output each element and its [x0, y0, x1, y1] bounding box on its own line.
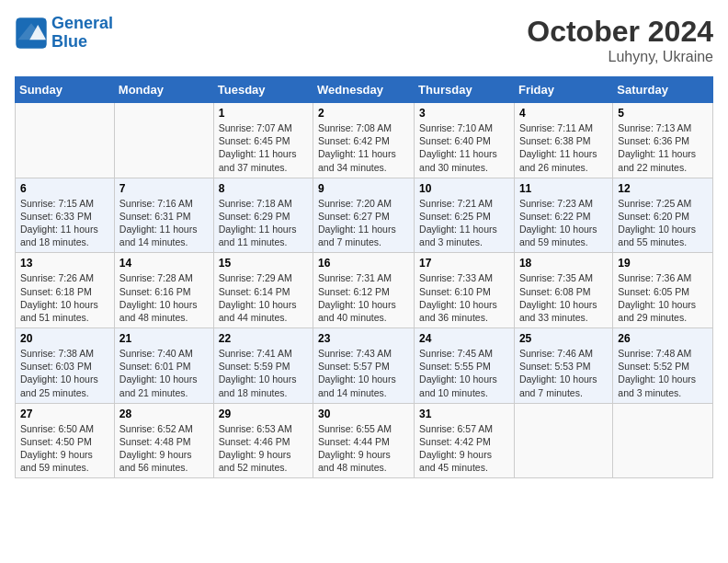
day-info: Sunrise: 7:29 AMSunset: 6:14 PMDaylight:… — [219, 271, 308, 324]
day-number: 29 — [219, 408, 308, 420]
day-number: 6 — [20, 182, 109, 195]
day-number: 22 — [219, 332, 308, 345]
day-info: Sunrise: 7:48 AMSunset: 5:52 PMDaylight:… — [618, 347, 708, 399]
day-info: Sunrise: 7:45 AMSunset: 5:55 PMDaylight:… — [419, 347, 509, 399]
logo: General Blue — [15, 15, 113, 52]
day-number: 11 — [519, 182, 608, 195]
col-header-friday: Friday — [514, 77, 612, 103]
calendar-cell: 24Sunrise: 7:45 AMSunset: 5:55 PMDayligh… — [415, 328, 515, 404]
day-info: Sunrise: 6:53 AMSunset: 4:46 PMDaylight:… — [219, 422, 308, 475]
day-number: 18 — [519, 257, 608, 270]
day-info: Sunrise: 7:35 AMSunset: 6:08 PMDaylight:… — [519, 271, 608, 324]
calendar-cell: 13Sunrise: 7:26 AMSunset: 6:18 PMDayligh… — [16, 253, 115, 328]
calendar-header-row: SundayMondayTuesdayWednesdayThursdayFrid… — [16, 77, 713, 103]
col-header-saturday: Saturday — [613, 77, 713, 103]
day-number: 15 — [219, 257, 308, 270]
day-info: Sunrise: 7:10 AMSunset: 6:40 PMDaylight:… — [419, 121, 509, 174]
day-number: 27 — [20, 408, 109, 420]
calendar-cell: 21Sunrise: 7:40 AMSunset: 6:01 PMDayligh… — [114, 328, 213, 404]
calendar-week-row: 6Sunrise: 7:15 AMSunset: 6:33 PMDaylight… — [16, 178, 713, 253]
col-header-thursday: Thursday — [415, 77, 515, 103]
calendar-cell — [613, 403, 713, 478]
day-number: 8 — [219, 182, 308, 195]
day-info: Sunrise: 7:07 AMSunset: 6:45 PMDaylight:… — [219, 121, 308, 174]
day-info: Sunrise: 7:33 AMSunset: 6:10 PMDaylight:… — [419, 271, 509, 324]
day-number: 30 — [318, 408, 409, 420]
day-number: 7 — [119, 182, 209, 195]
calendar-cell: 14Sunrise: 7:28 AMSunset: 6:16 PMDayligh… — [114, 253, 213, 328]
calendar-cell: 3Sunrise: 7:10 AMSunset: 6:40 PMDaylight… — [415, 103, 515, 178]
col-header-tuesday: Tuesday — [213, 77, 313, 103]
col-header-wednesday: Wednesday — [313, 77, 415, 103]
day-number: 24 — [419, 332, 509, 345]
day-number: 21 — [119, 332, 209, 345]
day-info: Sunrise: 7:26 AMSunset: 6:18 PMDaylight:… — [20, 271, 109, 324]
logo-text: General Blue — [51, 15, 113, 52]
day-info: Sunrise: 7:46 AMSunset: 5:53 PMDaylight:… — [519, 347, 608, 399]
day-number: 4 — [519, 107, 608, 120]
calendar-cell: 19Sunrise: 7:36 AMSunset: 6:05 PMDayligh… — [613, 253, 713, 328]
day-number: 12 — [618, 182, 708, 195]
day-info: Sunrise: 6:52 AMSunset: 4:48 PMDaylight:… — [119, 422, 209, 475]
calendar-cell: 26Sunrise: 7:48 AMSunset: 5:52 PMDayligh… — [613, 328, 713, 404]
calendar-cell: 28Sunrise: 6:52 AMSunset: 4:48 PMDayligh… — [114, 403, 213, 478]
day-number: 1 — [219, 107, 308, 120]
day-info: Sunrise: 7:16 AMSunset: 6:31 PMDaylight:… — [119, 197, 209, 249]
calendar-cell: 16Sunrise: 7:31 AMSunset: 6:12 PMDayligh… — [313, 253, 415, 328]
day-number: 14 — [119, 257, 209, 270]
day-info: Sunrise: 7:43 AMSunset: 5:57 PMDaylight:… — [318, 347, 409, 399]
page-header: General Blue October 2024 Luhyny, Ukrain… — [15, 15, 713, 65]
day-number: 26 — [618, 332, 708, 345]
calendar-cell: 23Sunrise: 7:43 AMSunset: 5:57 PMDayligh… — [313, 328, 415, 404]
calendar-cell — [16, 103, 115, 178]
calendar-cell: 29Sunrise: 6:53 AMSunset: 4:46 PMDayligh… — [213, 403, 313, 478]
calendar-cell: 7Sunrise: 7:16 AMSunset: 6:31 PMDaylight… — [114, 178, 213, 253]
day-number: 10 — [419, 182, 509, 195]
day-info: Sunrise: 7:28 AMSunset: 6:16 PMDaylight:… — [119, 271, 209, 324]
day-info: Sunrise: 7:08 AMSunset: 6:42 PMDaylight:… — [318, 121, 409, 174]
day-info: Sunrise: 7:40 AMSunset: 6:01 PMDaylight:… — [119, 347, 209, 399]
calendar-week-row: 13Sunrise: 7:26 AMSunset: 6:18 PMDayligh… — [16, 253, 713, 328]
day-info: Sunrise: 7:11 AMSunset: 6:38 PMDaylight:… — [519, 121, 608, 174]
calendar-cell: 22Sunrise: 7:41 AMSunset: 5:59 PMDayligh… — [213, 328, 313, 404]
calendar-week-row: 20Sunrise: 7:38 AMSunset: 6:03 PMDayligh… — [16, 328, 713, 404]
calendar-cell: 10Sunrise: 7:21 AMSunset: 6:25 PMDayligh… — [415, 178, 515, 253]
day-info: Sunrise: 7:21 AMSunset: 6:25 PMDaylight:… — [419, 197, 509, 249]
calendar-cell: 15Sunrise: 7:29 AMSunset: 6:14 PMDayligh… — [213, 253, 313, 328]
calendar-cell: 17Sunrise: 7:33 AMSunset: 6:10 PMDayligh… — [415, 253, 515, 328]
calendar-cell — [114, 103, 213, 178]
calendar-cell: 12Sunrise: 7:25 AMSunset: 6:20 PMDayligh… — [613, 178, 713, 253]
day-info: Sunrise: 6:55 AMSunset: 4:44 PMDaylight:… — [318, 422, 409, 475]
col-header-monday: Monday — [114, 77, 213, 103]
calendar-cell — [514, 403, 612, 478]
day-number: 9 — [318, 182, 409, 195]
day-number: 5 — [618, 107, 708, 120]
day-info: Sunrise: 7:36 AMSunset: 6:05 PMDaylight:… — [618, 271, 708, 324]
day-info: Sunrise: 7:38 AMSunset: 6:03 PMDaylight:… — [20, 347, 109, 399]
calendar-cell: 2Sunrise: 7:08 AMSunset: 6:42 PMDaylight… — [313, 103, 415, 178]
calendar-cell: 18Sunrise: 7:35 AMSunset: 6:08 PMDayligh… — [514, 253, 612, 328]
calendar-cell: 11Sunrise: 7:23 AMSunset: 6:22 PMDayligh… — [514, 178, 612, 253]
subtitle: Luhyny, Ukraine — [527, 49, 713, 65]
calendar-cell: 8Sunrise: 7:18 AMSunset: 6:29 PMDaylight… — [213, 178, 313, 253]
title-block: October 2024 Luhyny, Ukraine — [527, 15, 713, 65]
day-number: 16 — [318, 257, 409, 270]
day-number: 3 — [419, 107, 509, 120]
col-header-sunday: Sunday — [16, 77, 115, 103]
day-info: Sunrise: 7:31 AMSunset: 6:12 PMDaylight:… — [318, 271, 409, 324]
day-info: Sunrise: 6:57 AMSunset: 4:42 PMDaylight:… — [419, 422, 509, 475]
calendar-cell: 30Sunrise: 6:55 AMSunset: 4:44 PMDayligh… — [313, 403, 415, 478]
day-number: 19 — [618, 257, 708, 270]
calendar-cell: 20Sunrise: 7:38 AMSunset: 6:03 PMDayligh… — [16, 328, 115, 404]
day-number: 20 — [20, 332, 109, 345]
calendar-cell: 25Sunrise: 7:46 AMSunset: 5:53 PMDayligh… — [514, 328, 612, 404]
calendar-cell: 31Sunrise: 6:57 AMSunset: 4:42 PMDayligh… — [415, 403, 515, 478]
day-info: Sunrise: 7:23 AMSunset: 6:22 PMDaylight:… — [519, 197, 608, 249]
calendar-table: SundayMondayTuesdayWednesdayThursdayFrid… — [15, 76, 713, 478]
calendar-cell: 6Sunrise: 7:15 AMSunset: 6:33 PMDaylight… — [16, 178, 115, 253]
day-number: 25 — [519, 332, 608, 345]
day-number: 13 — [20, 257, 109, 270]
day-info: Sunrise: 7:13 AMSunset: 6:36 PMDaylight:… — [618, 121, 708, 174]
calendar-cell: 9Sunrise: 7:20 AMSunset: 6:27 PMDaylight… — [313, 178, 415, 253]
logo-icon — [15, 17, 48, 50]
